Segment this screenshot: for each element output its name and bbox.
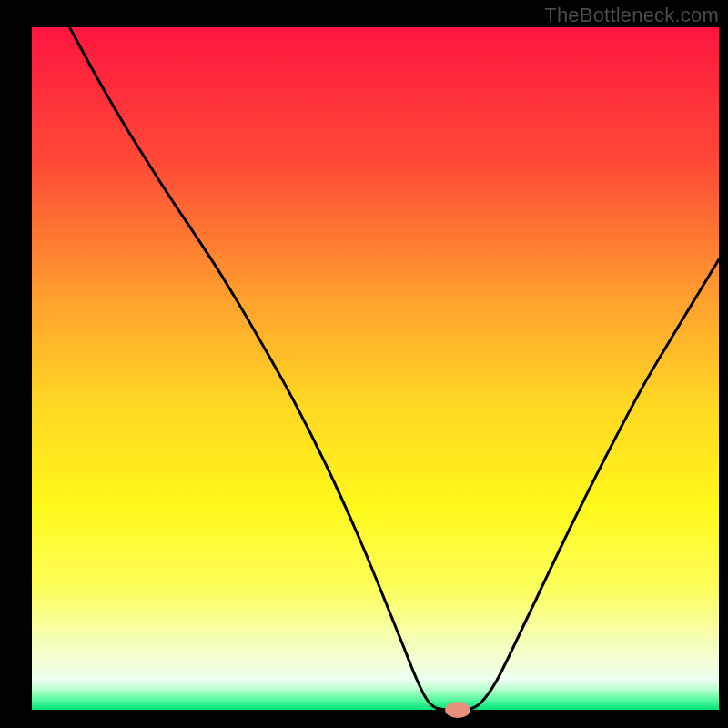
watermark-label: TheBottleneck.com xyxy=(544,4,719,27)
bottleneck-chart xyxy=(0,0,728,728)
plot-background xyxy=(32,27,719,710)
chart-frame: TheBottleneck.com xyxy=(0,0,728,728)
optimum-marker xyxy=(445,702,470,718)
